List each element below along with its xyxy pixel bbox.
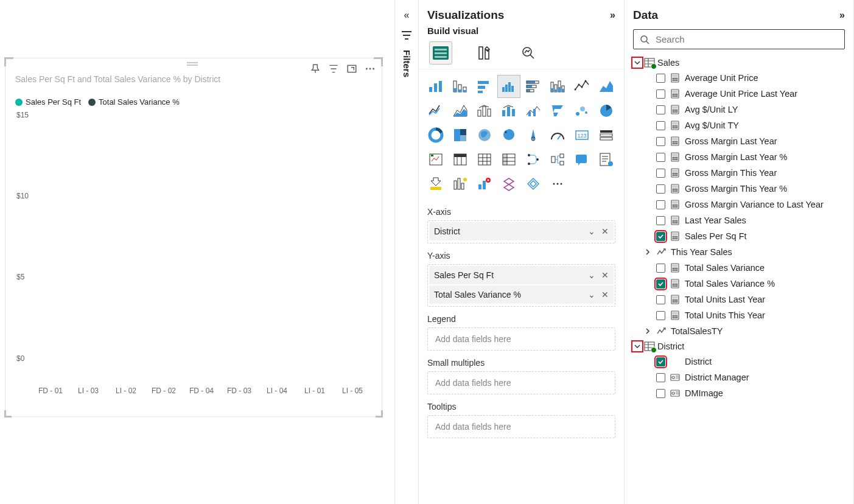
viz-type-icon[interactable] xyxy=(547,100,569,122)
chart-visual[interactable]: Sales Per Sq Ft and Total Sales Variance… xyxy=(5,58,382,417)
field-checkbox[interactable] xyxy=(656,200,665,209)
drag-grip-icon[interactable] xyxy=(187,62,200,66)
field-checkbox[interactable] xyxy=(656,264,665,273)
viz-type-icon[interactable] xyxy=(474,100,495,122)
viz-type-icon[interactable] xyxy=(498,149,520,170)
field-row[interactable]: Average Unit Price xyxy=(633,70,845,86)
chevron-down-icon[interactable] xyxy=(634,343,641,350)
viz-type-icon[interactable] xyxy=(522,149,544,170)
xaxis-well[interactable]: District ⌄✕ xyxy=(427,220,615,243)
table-header[interactable]: Sales xyxy=(633,55,845,70)
viz-type-icon[interactable] xyxy=(425,124,447,146)
field-checkbox[interactable] xyxy=(656,295,665,304)
legend-well[interactable]: Add data fields here xyxy=(427,327,615,351)
viz-type-icon[interactable] xyxy=(449,173,471,195)
field-row[interactable]: Gross Margin Variance to Last Year xyxy=(633,197,845,212)
viz-type-icon[interactable] xyxy=(547,149,569,170)
chevron-down-icon[interactable] xyxy=(634,59,641,66)
yaxis-well[interactable]: Sales Per Sq Ft ⌄✕ Total Sales Variance … xyxy=(427,264,615,307)
field-checkbox[interactable] xyxy=(656,137,665,146)
viz-type-icon[interactable] xyxy=(449,100,471,122)
viz-type-icon[interactable] xyxy=(547,173,569,195)
viz-type-icon[interactable] xyxy=(425,100,447,122)
focus-mode-icon[interactable] xyxy=(346,63,357,74)
viz-type-icon[interactable] xyxy=(474,75,495,97)
field-checkbox[interactable] xyxy=(656,121,665,130)
field-row[interactable]: Last Year Sales xyxy=(633,212,845,228)
viz-type-icon[interactable] xyxy=(425,149,447,170)
chevron-right-icon[interactable] xyxy=(644,327,651,335)
field-checkbox[interactable] xyxy=(656,232,665,241)
field-checkbox[interactable] xyxy=(656,311,665,320)
viz-type-icon[interactable] xyxy=(595,149,617,170)
viz-type-icon[interactable] xyxy=(522,124,544,146)
viz-type-icon[interactable] xyxy=(571,100,593,122)
field-row[interactable]: Total Sales Variance % xyxy=(633,276,845,292)
viz-type-icon[interactable] xyxy=(498,75,520,97)
field-row[interactable]: Gross Margin Last Year xyxy=(633,133,845,149)
field-row[interactable]: Total Sales Variance xyxy=(633,260,845,276)
viz-type-icon[interactable] xyxy=(498,100,520,122)
viz-type-icon[interactable] xyxy=(449,149,471,170)
field-checkbox[interactable] xyxy=(656,74,665,83)
search-input[interactable] xyxy=(633,29,845,49)
tab-format-visual[interactable] xyxy=(474,42,495,64)
viz-type-icon[interactable] xyxy=(595,75,617,97)
field-row[interactable]: TotalSalesTY xyxy=(633,323,845,339)
field-checkbox[interactable] xyxy=(656,184,665,194)
viz-type-icon[interactable] xyxy=(474,173,495,195)
field-row[interactable]: Total Units This Year xyxy=(633,307,845,323)
remove-field-icon[interactable]: ✕ xyxy=(601,226,609,236)
tab-analytics[interactable] xyxy=(517,42,539,64)
viz-type-icon[interactable] xyxy=(425,173,447,195)
field-checkbox[interactable] xyxy=(656,105,665,114)
field-row[interactable]: Sales Per Sq Ft xyxy=(633,228,845,244)
chevron-down-icon[interactable]: ⌄ xyxy=(588,290,595,299)
chevron-down-icon[interactable]: ⌄ xyxy=(588,226,595,236)
field-row[interactable]: Avg $/Unit TY xyxy=(633,117,845,133)
field-row[interactable]: Total Units Last Year xyxy=(633,292,845,307)
viz-type-icon[interactable] xyxy=(498,124,520,146)
viz-type-icon[interactable] xyxy=(522,75,544,97)
viz-type-icon[interactable] xyxy=(522,100,544,122)
tab-build-visual[interactable] xyxy=(430,42,452,64)
field-chip-salespersqft[interactable]: Sales Per Sq Ft ⌄✕ xyxy=(429,266,614,284)
field-row[interactable]: Gross Margin This Year xyxy=(633,165,845,181)
viz-type-icon[interactable] xyxy=(595,124,617,146)
smallmult-well[interactable]: Add data fields here xyxy=(427,371,615,394)
field-checkbox[interactable] xyxy=(656,389,665,398)
viz-type-icon[interactable] xyxy=(547,75,569,97)
chevron-right-icon[interactable] xyxy=(644,248,651,256)
tooltips-well[interactable]: Add data fields here xyxy=(427,415,615,438)
field-checkbox[interactable] xyxy=(656,357,665,366)
viz-type-icon[interactable] xyxy=(498,173,520,195)
field-row[interactable]: Gross Margin This Year % xyxy=(633,181,845,197)
field-checkbox[interactable] xyxy=(656,169,665,178)
viz-type-icon[interactable] xyxy=(571,149,593,170)
viz-type-icon[interactable] xyxy=(449,75,471,97)
viz-type-icon[interactable] xyxy=(425,75,447,97)
field-row[interactable]: Gross Margin Last Year % xyxy=(633,149,845,165)
field-checkbox[interactable] xyxy=(656,373,665,382)
viz-type-icon[interactable] xyxy=(522,173,544,195)
remove-field-icon[interactable]: ✕ xyxy=(601,270,609,280)
collapse-data-icon[interactable]: » xyxy=(839,10,845,21)
table-header[interactable]: District xyxy=(633,339,845,354)
field-row[interactable]: This Year Sales xyxy=(633,244,845,260)
field-row[interactable]: Avg $/Unit LY xyxy=(633,102,845,117)
expand-filters-icon[interactable]: « xyxy=(404,10,410,21)
field-checkbox[interactable] xyxy=(656,216,665,225)
more-options-icon[interactable] xyxy=(365,63,376,74)
field-checkbox[interactable] xyxy=(656,153,665,162)
field-chip-variance[interactable]: Total Sales Variance % ⌄✕ xyxy=(429,285,614,304)
viz-type-icon[interactable] xyxy=(474,149,495,170)
chevron-down-icon[interactable]: ⌄ xyxy=(588,270,595,280)
filters-pane-collapsed[interactable]: « Filters xyxy=(394,0,419,504)
field-checkbox[interactable] xyxy=(656,279,665,289)
viz-type-icon[interactable]: 123 xyxy=(571,124,593,146)
field-row[interactable]: District xyxy=(633,354,845,369)
collapse-viz-icon[interactable]: » xyxy=(610,10,615,21)
viz-type-icon[interactable] xyxy=(595,100,617,122)
search-field[interactable] xyxy=(654,33,838,45)
filter-icon[interactable] xyxy=(328,63,339,74)
